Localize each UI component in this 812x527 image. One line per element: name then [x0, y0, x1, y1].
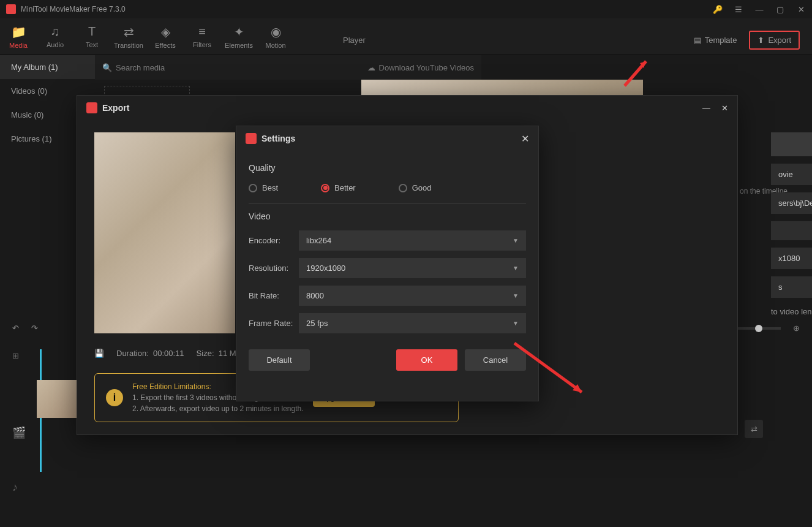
- effects-tool[interactable]: ◈Effects: [147, 21, 184, 51]
- settings-title: Settings: [261, 134, 295, 143]
- motion-icon: ◉: [271, 25, 281, 39]
- sidebar-myalbum[interactable]: My Album (1): [0, 55, 95, 79]
- template-button[interactable]: ▤ Template: [694, 36, 737, 45]
- text-tool[interactable]: TText: [73, 21, 110, 51]
- player-label: Player: [343, 36, 366, 45]
- limitation-line2: 2. Afterwards, export video up to 2 minu…: [132, 403, 304, 414]
- bitrate-label: Bit Rate:: [249, 291, 299, 300]
- export-logo-icon: [86, 102, 97, 113]
- export-name-input[interactable]: ovie: [771, 164, 812, 185]
- export-path-input[interactable]: sers\bj\Desktop\My Movie.mp4: [771, 192, 812, 214]
- encoder-select[interactable]: libx264▼: [299, 230, 526, 251]
- bitrate-select[interactable]: 8000▼: [299, 286, 526, 306]
- titlebar: MiniTool MovieMaker Free 7.3.0 🔑 ☰ — ▢ ✕: [0, 0, 812, 18]
- filters-icon: ≡: [198, 25, 206, 39]
- motion-tool[interactable]: ◉Motion: [257, 21, 294, 51]
- default-button[interactable]: Default: [249, 349, 310, 371]
- resolution-select[interactable]: 1920x1080▼: [299, 258, 526, 278]
- minimize-icon[interactable]: —: [754, 4, 764, 14]
- text-icon: T: [88, 25, 96, 39]
- quality-better-radio[interactable]: Better: [321, 183, 356, 192]
- framerate-label: Frame Rate:: [249, 319, 299, 328]
- media-tool[interactable]: 📁Media: [0, 21, 37, 51]
- add-track-button[interactable]: ⊞: [12, 351, 19, 360]
- framerate-select[interactable]: 25 fps▼: [299, 313, 526, 333]
- info-icon: i: [106, 389, 123, 406]
- quality-section-label: Quality: [249, 163, 526, 173]
- settings-logo-icon: [246, 133, 257, 144]
- export-dialog-title: Export: [102, 103, 129, 113]
- video-section-label: Video: [249, 211, 526, 221]
- template-icon: ▤: [694, 36, 701, 45]
- video-length-text: to video length: [771, 307, 812, 316]
- close-icon[interactable]: ✕: [796, 4, 806, 14]
- swap-button[interactable]: ⇄: [745, 420, 763, 438]
- ok-button[interactable]: OK: [396, 349, 457, 371]
- search-icon: 🔍: [102, 63, 112, 72]
- export-tab-pc[interactable]: [771, 132, 812, 156]
- filters-tool[interactable]: ≡Filters: [184, 21, 220, 51]
- maximize-icon[interactable]: ▢: [775, 4, 785, 14]
- encoder-label: Encoder:: [249, 236, 299, 245]
- upload-icon: ⬆: [757, 36, 764, 45]
- transition-icon: ⇄: [124, 25, 134, 39]
- settings-dialog: Settings ✕ Quality Best Better Good Vide…: [236, 126, 539, 401]
- music-icon: ♫: [51, 25, 60, 39]
- save-icon: 💾: [94, 349, 104, 358]
- export-format-select[interactable]: ▼: [771, 221, 812, 240]
- chevron-down-icon: ▼: [513, 237, 519, 244]
- export-fps-select[interactable]: s▼: [771, 276, 812, 298]
- app-title: MiniTool MovieMaker Free 7.3.0: [21, 5, 126, 13]
- video-track-icon: 🎬: [12, 426, 26, 439]
- chevron-down-icon: ▼: [513, 320, 519, 327]
- resolution-label: Resolution:: [249, 264, 299, 273]
- settings-close-button[interactable]: ✕: [521, 133, 529, 145]
- search-input[interactable]: 🔍 Search media: [102, 63, 165, 72]
- undo-button[interactable]: ↶: [12, 324, 19, 333]
- elements-icon: ✦: [234, 25, 244, 39]
- transition-tool[interactable]: ⇄Transition: [110, 21, 147, 51]
- download-icon: ☁: [367, 63, 375, 72]
- audio-tool[interactable]: ♫Audio: [37, 21, 73, 51]
- annotation-arrow-2: [511, 340, 591, 401]
- app-logo-icon: [6, 4, 16, 14]
- media-header: 🔍 Search media ☁ Download YouTube Videos: [95, 55, 481, 80]
- download-youtube-button[interactable]: ☁ Download YouTube Videos: [367, 63, 474, 72]
- redo-button[interactable]: ↷: [31, 324, 38, 333]
- export-preview-thumbnail: [94, 132, 235, 333]
- effects-icon: ◈: [161, 25, 170, 39]
- chevron-down-icon: ▼: [513, 292, 519, 299]
- elements-tool[interactable]: ✦Elements: [220, 21, 257, 51]
- key-icon[interactable]: 🔑: [713, 4, 723, 14]
- export-button-top[interactable]: ⬆ Export: [749, 31, 800, 50]
- quality-best-radio[interactable]: Best: [249, 183, 278, 192]
- export-close-button[interactable]: ✕: [721, 104, 728, 113]
- export-minimize-button[interactable]: —: [702, 104, 710, 113]
- folder-icon: 📁: [11, 25, 26, 39]
- menu-icon[interactable]: ☰: [734, 4, 743, 14]
- annotation-arrow-1: [615, 58, 652, 95]
- audio-track-icon: ♪: [12, 481, 18, 494]
- quality-good-radio[interactable]: Good: [399, 183, 432, 192]
- chevron-down-icon: ▼: [513, 265, 519, 271]
- player-header: Player ▤ Template ⬆ Export: [331, 25, 812, 55]
- export-resolution-select[interactable]: x1080▼: [771, 248, 812, 269]
